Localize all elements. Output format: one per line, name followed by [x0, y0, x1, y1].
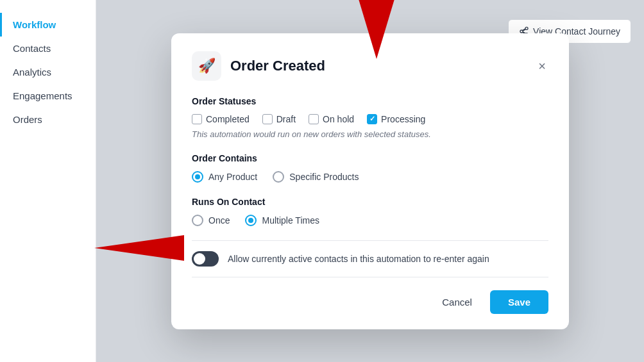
on-hold-checkbox[interactable] [309, 114, 319, 124]
checkbox-row: Completed Draft On hold Processing [192, 114, 548, 124]
specific-products-radio[interactable] [273, 171, 284, 183]
close-button[interactable]: × [536, 57, 548, 75]
order-statuses-section: Order Statuses Completed Draft On hold [192, 96, 548, 139]
toggle-row: Allow currently active contacts in this … [192, 240, 548, 277]
order-statuses-label: Order Statuses [192, 96, 548, 106]
svg-marker-1 [94, 235, 184, 261]
once-radio[interactable] [192, 215, 203, 226]
toggle-label: Allow currently active contacts in this … [228, 254, 489, 264]
sidebar: Workflow Contacts Analytics Engagements … [0, 0, 96, 362]
arrow-down-indicator [344, 0, 409, 59]
modal-header: 🚀 Order Created × [192, 51, 548, 81]
radio-specific-products[interactable]: Specific Products [273, 171, 359, 183]
radio-any-product[interactable]: Any Product [192, 171, 257, 183]
order-contains-section: Order Contains Any Product Specific Prod… [192, 153, 548, 183]
any-product-radio[interactable] [192, 171, 203, 183]
modal-footer: Cancel Save [192, 290, 548, 314]
radio-once[interactable]: Once [192, 215, 230, 226]
modal-overlay: 🚀 Order Created × Order Statuses Complet… [96, 0, 644, 362]
checkbox-draft[interactable]: Draft [262, 114, 296, 124]
multiple-times-radio[interactable] [245, 215, 257, 226]
sidebar-item-contacts[interactable]: Contacts [0, 37, 96, 60]
cancel-button[interactable]: Cancel [432, 292, 482, 313]
sidebar-item-workflow[interactable]: Workflow [0, 13, 96, 37]
order-statuses-hint: This automation would run on new orders … [192, 129, 548, 139]
runs-on-contact-label: Runs On Contact [192, 197, 548, 207]
runs-on-contact-section: Runs On Contact Once Multiple Times [192, 197, 548, 226]
arrow-left-indicator [94, 232, 184, 264]
draft-checkbox[interactable] [262, 114, 273, 124]
checkbox-completed[interactable]: Completed [192, 114, 250, 124]
sidebar-item-engagements[interactable]: Engagements [0, 84, 96, 108]
processing-checkbox[interactable] [367, 114, 377, 124]
modal-icon: 🚀 [192, 51, 221, 81]
svg-marker-0 [357, 0, 396, 59]
completed-checkbox[interactable] [192, 114, 202, 124]
checkbox-on-hold[interactable]: On hold [309, 114, 354, 124]
main-content: View Contact Journey 🚀 Order Created [96, 0, 644, 362]
modal-title: Order Created [230, 58, 325, 74]
order-contains-label: Order Contains [192, 153, 548, 163]
order-contains-radio-row: Any Product Specific Products [192, 171, 548, 183]
radio-multiple-times[interactable]: Multiple Times [245, 215, 319, 226]
modal-title-group: 🚀 Order Created [192, 51, 325, 81]
modal-dialog: 🚀 Order Created × Order Statuses Complet… [171, 33, 569, 329]
re-enter-toggle[interactable] [192, 251, 219, 267]
checkbox-processing[interactable]: Processing [367, 114, 425, 124]
runs-on-contact-radio-row: Once Multiple Times [192, 215, 548, 226]
sidebar-item-analytics[interactable]: Analytics [0, 60, 96, 84]
save-button[interactable]: Save [490, 290, 548, 314]
sidebar-item-orders[interactable]: Orders [0, 108, 96, 131]
